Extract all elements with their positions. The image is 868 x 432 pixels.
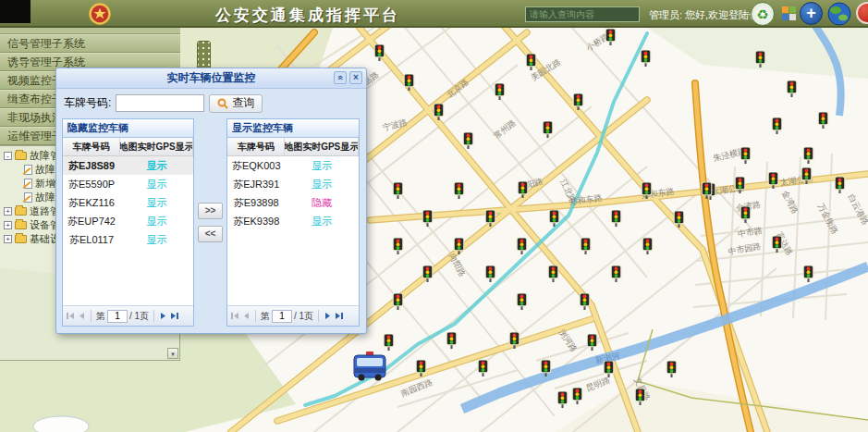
traffic-signal-icon[interactable]	[485, 265, 495, 282]
traffic-signal-icon[interactable]	[446, 332, 457, 349]
traffic-signal-icon[interactable]	[580, 293, 590, 310]
traffic-signal-icon[interactable]	[835, 177, 845, 193]
traffic-signal-icon[interactable]	[548, 265, 558, 282]
recycle-icon[interactable]: ♻	[751, 2, 775, 26]
pager-left: 第 / 1页	[63, 305, 193, 326]
query-button[interactable]: 查询	[209, 94, 263, 113]
monitored-vehicle-icon[interactable]	[354, 352, 385, 381]
prev-page-button[interactable]	[242, 311, 251, 321]
traffic-signal-icon[interactable]	[572, 388, 582, 404]
traffic-signal-icon[interactable]	[526, 54, 536, 70]
traffic-signal-icon[interactable]	[611, 210, 621, 227]
map-globe-icon[interactable]	[827, 2, 851, 26]
first-page-button[interactable]	[230, 311, 240, 321]
vehicle-row[interactable]: 苏EL0117显示	[63, 230, 193, 249]
vehicle-row[interactable]: 苏EJR391显示	[227, 175, 359, 193]
traffic-signal-icon[interactable]	[557, 391, 568, 408]
pager-right: 第 / 1页	[227, 305, 359, 326]
traffic-signal-icon[interactable]	[587, 334, 597, 351]
traffic-signal-icon[interactable]	[605, 29, 616, 45]
plate-number-input[interactable]	[116, 94, 204, 112]
gps-toggle-link[interactable]: 显示	[312, 159, 332, 173]
road-label: 浏河路	[557, 327, 580, 353]
expand-icon[interactable]: +	[4, 235, 12, 243]
collapse-dialog-icon[interactable]: «	[334, 71, 347, 84]
traffic-signal-icon[interactable]	[393, 293, 403, 310]
vehicle-row[interactable]: 苏EQK003显示	[227, 156, 359, 175]
gps-toggle-link[interactable]: 显示	[312, 215, 332, 228]
traffic-signal-icon[interactable]	[478, 360, 488, 376]
col-plate[interactable]: 车牌号码	[227, 138, 285, 155]
move-right-button[interactable]: >>	[198, 203, 223, 219]
gps-toggle-link[interactable]: 显示	[147, 178, 167, 191]
traffic-signal-icon[interactable]	[641, 50, 651, 67]
vehicle-row[interactable]: 苏EJ8S89显示	[63, 156, 193, 175]
traffic-signal-icon[interactable]	[803, 147, 813, 164]
gps-toggle-link[interactable]: 显示	[312, 178, 332, 191]
traffic-signal-icon[interactable]	[517, 293, 527, 310]
last-page-button[interactable]	[169, 311, 179, 321]
last-page-button[interactable]	[334, 311, 344, 321]
gps-toggle-link[interactable]: 显示	[147, 159, 167, 173]
next-page-button[interactable]	[324, 311, 332, 321]
traffic-signal-icon[interactable]	[581, 238, 591, 254]
hidden-panel-title: 隐藏监控车辆	[63, 119, 193, 138]
global-search-input[interactable]	[525, 6, 640, 22]
vehicle-row[interactable]: 苏EK9398显示	[227, 212, 359, 230]
page-icon	[24, 165, 32, 175]
page-number-input[interactable]	[272, 310, 292, 323]
expand-icon[interactable]: +	[4, 207, 12, 216]
road-label: 白云港路	[847, 192, 868, 226]
gps-toggle-link[interactable]: 显示	[147, 233, 167, 247]
magnifier-icon	[217, 98, 228, 109]
close-dialog-icon[interactable]: ×	[349, 71, 362, 84]
vehicle-row[interactable]: 苏EUP742显示	[63, 212, 193, 230]
traffic-signal-icon[interactable]	[787, 80, 797, 97]
dialog-title: 实时车辆位置监控	[167, 70, 256, 86]
traffic-signal-icon[interactable]	[422, 210, 433, 227]
dialog-titlebar[interactable]: 实时车辆位置监控 « ×	[56, 68, 366, 89]
col-gps[interactable]: 地图实时GPS显示	[285, 138, 359, 155]
folder-icon	[15, 152, 27, 160]
traffic-signal-icon[interactable]	[666, 361, 677, 377]
traffic-signal-icon[interactable]	[642, 238, 653, 254]
vehicle-row[interactable]: 苏EKZ116显示	[63, 193, 193, 212]
col-plate[interactable]: 车牌号码	[63, 138, 120, 155]
traffic-signal-icon[interactable]	[463, 132, 473, 149]
next-page-button[interactable]	[159, 311, 167, 321]
traffic-signal-icon[interactable]	[772, 236, 782, 253]
vehicle-row[interactable]: 苏E5590P显示	[63, 175, 193, 193]
traffic-signal-icon[interactable]	[384, 334, 394, 351]
traffic-signal-icon[interactable]	[803, 265, 813, 282]
add-icon[interactable]: +	[800, 2, 823, 25]
traffic-signal-icon[interactable]	[818, 112, 828, 129]
scroll-down-button[interactable]: ▾	[167, 348, 178, 359]
record-icon[interactable]	[856, 2, 868, 24]
traffic-signal-icon[interactable]	[393, 182, 403, 199]
col-gps[interactable]: 地图实时GPS显示	[120, 138, 193, 155]
traffic-signal-icon[interactable]	[740, 147, 751, 164]
gps-toggle-link[interactable]: 显示	[147, 215, 167, 228]
traffic-signal-icon[interactable]	[772, 117, 782, 134]
traffic-signal-icon[interactable]	[517, 238, 527, 254]
traffic-signal-icon[interactable]	[543, 121, 553, 138]
traffic-signal-icon[interactable]	[393, 238, 403, 254]
prev-page-button[interactable]	[78, 311, 86, 321]
expand-icon[interactable]: -	[4, 152, 12, 160]
gps-toggle-link[interactable]: 显示	[147, 196, 167, 210]
move-left-button[interactable]: <<	[198, 226, 223, 242]
traffic-signal-icon[interactable]	[495, 83, 505, 100]
sidebar-item-0[interactable]: 信号管理子系统	[0, 34, 180, 53]
first-page-button[interactable]	[66, 311, 76, 321]
sidebar-top-cap	[0, 28, 180, 34]
vehicle-row[interactable]: 苏E93898隐藏	[227, 193, 359, 212]
traffic-signal-icon[interactable]	[740, 206, 751, 223]
gps-toggle-link[interactable]: 隐藏	[312, 196, 332, 210]
expand-icon[interactable]: +	[4, 221, 12, 229]
traffic-signal-icon[interactable]	[604, 361, 614, 377]
traffic-signal-icon[interactable]	[454, 182, 464, 199]
traffic-signal-icon[interactable]	[611, 265, 621, 282]
app-grid-icon[interactable]	[782, 6, 798, 22]
road-label: 中市路	[737, 226, 763, 240]
page-number-input[interactable]	[107, 310, 128, 323]
